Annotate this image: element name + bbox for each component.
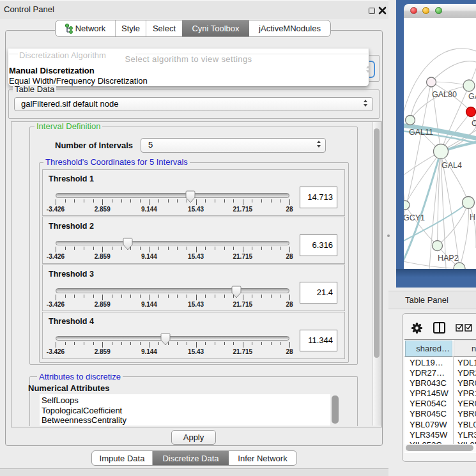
svg-text:HAP2: HAP2 (438, 254, 459, 263)
svg-text:GAL11: GAL11 (409, 128, 433, 137)
svg-text:GA: GA (468, 92, 476, 101)
svg-text:H: H (470, 213, 475, 222)
svg-text:GAL80: GAL80 (432, 90, 457, 99)
svg-text:GCY1: GCY1 (404, 213, 425, 222)
svg-text:C: C (472, 119, 476, 128)
svg-text:GAL4: GAL4 (441, 161, 462, 170)
